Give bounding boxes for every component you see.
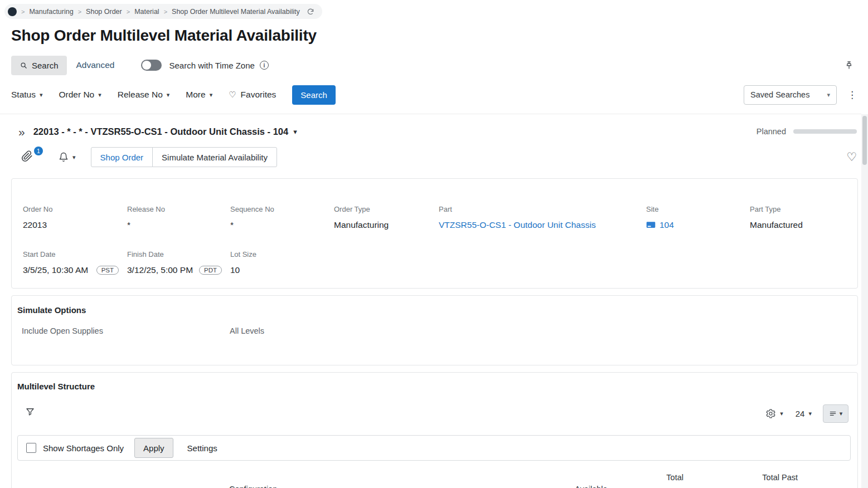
record-title[interactable]: 22013 - * - * - VTZSR55-O-CS1 - Outdoor …	[33, 126, 289, 137]
site-icon	[646, 221, 656, 229]
filter-release-no-label: Release No	[118, 90, 163, 100]
settings-button[interactable]: Settings	[187, 443, 217, 453]
part-link[interactable]: VTZSR55-O-CS1 - Outdoor Unit Chassis	[439, 220, 646, 230]
search-icon	[20, 61, 28, 70]
show-shortages-label: Show Shortages Only	[43, 443, 124, 453]
record-dropdown-icon[interactable]: ▾	[293, 128, 297, 136]
status-group: Planned	[757, 127, 857, 136]
collapse-panel-icon[interactable]: »	[18, 126, 25, 138]
details-row-2: Start Date 3/5/25, 10:30 AM PST Finish D…	[23, 250, 857, 275]
chevron-down-icon: ▾	[98, 92, 101, 98]
filter-more-dropdown[interactable]: More ▾	[186, 90, 212, 100]
status-label: Planned	[757, 127, 786, 136]
filter-more-label: More	[186, 90, 205, 100]
pin-icon[interactable]	[844, 60, 854, 70]
chevron-down-icon: ▾	[808, 411, 812, 417]
app-screen: > Manufacturing > Shop Order > Material …	[0, 0, 868, 488]
list-view-icon	[829, 410, 837, 418]
field-part: Part VTZSR55-O-CS1 - Outdoor Unit Chassi…	[439, 205, 646, 230]
table-settings-button[interactable]: ▾	[765, 408, 783, 419]
notifications-button[interactable]: ▾	[59, 152, 76, 162]
breadcrumb-separator-icon: >	[164, 8, 167, 15]
page-title: Shop Order Multilevel Material Availabil…	[11, 27, 317, 45]
filter-funnel-icon[interactable]	[25, 407, 35, 417]
page-size-value: 24	[796, 409, 805, 418]
tab-shop-order[interactable]: Shop Order	[91, 147, 153, 167]
filter-toolbar: Status ▾ Order No ▾ Release No ▾ More ▾ …	[11, 84, 857, 106]
field-value: 22013	[23, 220, 127, 230]
column-header-total[interactable]: Total	[622, 473, 683, 482]
filter-status-label: Status	[11, 90, 36, 100]
header-divider	[0, 114, 861, 114]
favorite-record-heart-icon[interactable]: ♡	[846, 150, 857, 164]
breadcrumb-item-manufacturing[interactable]: Manufacturing	[29, 8, 73, 16]
info-icon[interactable]: i	[260, 61, 269, 70]
shortage-filter-bar: Show Shortages Only Apply Settings	[17, 435, 851, 461]
refresh-icon[interactable]	[307, 8, 314, 16]
timezone-toggle[interactable]	[141, 60, 162, 71]
heart-icon: ♡	[229, 90, 236, 100]
advanced-search-link[interactable]: Advanced	[76, 60, 115, 70]
vertical-scrollbar[interactable]	[861, 114, 868, 488]
field-release-no: Release No *	[127, 205, 230, 230]
status-progress-bar	[793, 129, 857, 134]
field-value: 3/5/25, 10:30 AM	[23, 265, 88, 275]
chevron-down-icon: ▾	[167, 92, 170, 98]
saved-searches-select[interactable]: Saved Searches ▾	[744, 85, 837, 105]
search-submit-button[interactable]: Search	[292, 85, 336, 105]
field-label: Order Type	[334, 205, 439, 213]
attachment-count-badge: 1	[34, 147, 43, 155]
field-label: Part	[439, 205, 646, 213]
record-tabs: Shop Order Simulate Material Availabilit…	[91, 147, 277, 167]
site-link[interactable]: 104	[660, 220, 674, 230]
toggle-knob	[142, 61, 151, 70]
field-start-date: Start Date 3/5/25, 10:30 AM PST	[23, 250, 127, 275]
column-header-available: Available	[575, 485, 608, 488]
view-mode-button[interactable]: ▾	[823, 404, 848, 423]
field-label: Site	[646, 205, 750, 213]
gear-icon	[765, 408, 776, 419]
attachments-button[interactable]: 1	[21, 150, 36, 164]
favorites-button[interactable]: ♡ Favorites	[229, 90, 276, 100]
field-order-type: Order Type Manufacturing	[334, 205, 439, 230]
breadcrumb-item-current-page[interactable]: Shop Order Multilevel Material Availabil…	[172, 8, 300, 16]
field-sequence-no: Sequence No *	[230, 205, 334, 230]
breadcrumb-item-material[interactable]: Material	[134, 8, 159, 16]
company-logo-icon[interactable]	[8, 7, 17, 16]
page-size-select[interactable]: 24 ▾	[796, 409, 812, 418]
toggle-all-levels: All Levels	[230, 326, 846, 335]
apply-button[interactable]: Apply	[134, 438, 173, 458]
filter-order-no-dropdown[interactable]: Order No ▾	[59, 90, 101, 100]
multilevel-structure-card: Multilevel Structure ▾ 24 ▾ ▾	[11, 372, 858, 488]
filter-status-dropdown[interactable]: Status ▾	[11, 90, 42, 100]
field-order-no: Order No 22013	[23, 205, 127, 230]
filter-release-no-dropdown[interactable]: Release No ▾	[118, 90, 170, 100]
breadcrumb-separator-icon: >	[127, 8, 130, 15]
simulate-options-card: Simulate Options Include Open Supplies A…	[11, 295, 858, 365]
field-label: Release No	[127, 205, 230, 213]
search-toggle-button[interactable]: Search	[11, 56, 67, 75]
table-toolbar: ▾ 24 ▾ ▾	[12, 404, 857, 424]
field-value: *	[230, 220, 334, 230]
column-header-configuration: Configuration	[229, 485, 277, 488]
timezone-badge: PST	[96, 266, 119, 275]
field-value: 3/12/25, 5:00 PM	[127, 265, 193, 275]
breadcrumb-item-shop-order[interactable]: Shop Order	[86, 8, 122, 16]
kebab-menu-icon[interactable]: ⋮	[847, 90, 857, 100]
field-site: Site 104	[646, 205, 750, 230]
search-button-label: Search	[32, 61, 59, 70]
toggle-knob	[23, 336, 31, 344]
tab-simulate-material-availability[interactable]: Simulate Material Availability	[152, 147, 277, 167]
field-value: Manufactured	[750, 220, 857, 230]
show-shortages-checkbox[interactable]	[26, 443, 36, 453]
field-part-type: Part Type Manufactured	[750, 205, 857, 230]
field-label: Start Date	[23, 250, 127, 258]
column-header-total-past[interactable]: Total Past	[728, 473, 798, 482]
chevron-down-icon: ▾	[72, 154, 76, 160]
bell-icon	[59, 152, 69, 162]
saved-searches-label: Saved Searches	[750, 90, 809, 99]
chevron-down-icon: ▾	[780, 411, 783, 417]
breadcrumb-separator-icon: >	[78, 8, 81, 15]
field-finish-date: Finish Date 3/12/25, 5:00 PM PDT	[127, 250, 230, 275]
scrollbar-thumb[interactable]	[862, 116, 867, 165]
